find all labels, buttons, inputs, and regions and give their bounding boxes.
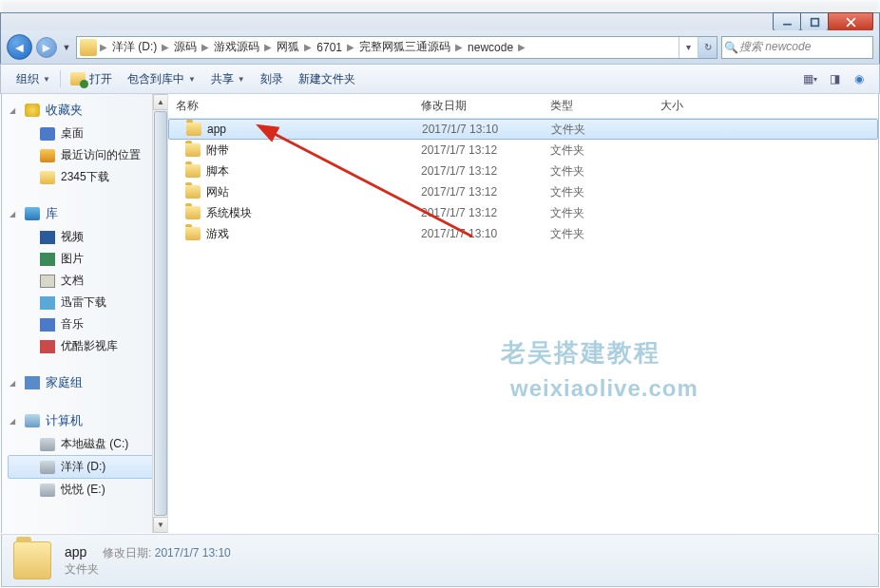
svg-rect-1 xyxy=(811,18,818,26)
file-name: 系统模块 xyxy=(206,205,252,221)
column-name[interactable]: 名称 xyxy=(168,98,413,114)
preview-pane-button[interactable]: ◨ xyxy=(822,68,847,89)
desktop-icon xyxy=(40,127,55,141)
new-folder-button[interactable]: 新建文件夹 xyxy=(291,67,363,91)
forward-button[interactable]: ► xyxy=(36,37,57,58)
homegroup-icon xyxy=(25,376,40,389)
chevron-right-icon: ▶ xyxy=(162,42,169,52)
column-size[interactable]: 大小 xyxy=(653,98,729,114)
file-row[interactable]: 附带2017/1/7 13:12文件夹 xyxy=(168,140,878,161)
share-menu[interactable]: 共享▼ xyxy=(203,67,253,91)
open-button[interactable]: 打开 xyxy=(63,67,120,91)
breadcrumb-dropdown[interactable]: ▾ xyxy=(679,37,698,58)
file-name: 网站 xyxy=(206,184,229,200)
organize-menu[interactable]: 组织▼ xyxy=(9,67,58,91)
file-name: 游戏 xyxy=(206,226,229,242)
folder-icon xyxy=(80,39,97,56)
crumb-5[interactable]: 完整网狐三通源码 xyxy=(354,39,455,55)
selected-item-info: app 修改日期: 2017/1/7 13:10 文件夹 xyxy=(65,544,231,578)
file-name: app xyxy=(207,123,226,136)
column-headers: 名称 修改日期 类型 大小 xyxy=(168,94,878,119)
file-type: 文件夹 xyxy=(543,226,653,242)
file-type: 文件夹 xyxy=(543,142,653,159)
folder-icon xyxy=(185,143,201,157)
sidebar-libraries[interactable]: 库 xyxy=(2,201,167,226)
history-dropdown[interactable]: ▼ xyxy=(61,43,72,52)
breadcrumb[interactable]: ▶ 洋洋 (D:) ▶ 源码 ▶ 游戏源码 ▶ 网狐 ▶ 6701 ▶ 完整网狐… xyxy=(76,36,717,59)
selected-item-thumbnail xyxy=(13,541,51,579)
sidebar-homegroup[interactable]: 家庭组 xyxy=(2,370,167,395)
music-icon xyxy=(40,318,55,332)
folder-icon xyxy=(185,185,201,199)
file-date: 2017/1/7 13:12 xyxy=(413,164,543,178)
download-icon xyxy=(40,296,55,310)
back-button[interactable]: ◄ xyxy=(7,34,32,60)
crumb-6[interactable]: newcode xyxy=(463,41,518,54)
maximize-button[interactable] xyxy=(800,12,829,31)
window-controls xyxy=(774,12,873,31)
navigation-pane: 收藏夹 桌面 最近访问的位置 2345下载 库 视频 图片 文档 迅雷下载 音乐… xyxy=(2,94,168,533)
burn-button[interactable]: 刻录 xyxy=(253,67,291,91)
sidebar-item-xunlei[interactable]: 迅雷下载 xyxy=(2,292,167,313)
crumb-4[interactable]: 6701 xyxy=(312,41,347,54)
chevron-right-icon: ▶ xyxy=(304,42,312,52)
sidebar-item-recent[interactable]: 最近访问的位置 xyxy=(2,144,167,166)
file-date: 2017/1/7 13:10 xyxy=(414,123,544,136)
file-row[interactable]: 网站2017/1/7 13:12文件夹 xyxy=(168,181,878,202)
sidebar-item-drive-c[interactable]: 本地磁盘 (C:) xyxy=(2,433,167,455)
crumb-1[interactable]: 源码 xyxy=(169,39,201,55)
file-row[interactable]: 脚本2017/1/7 13:12文件夹 xyxy=(168,161,878,181)
watermark-text-2: weixiaolive.com xyxy=(510,375,698,402)
details-pane: app 修改日期: 2017/1/7 13:10 文件夹 xyxy=(1,534,879,587)
sidebar-item-drive-d[interactable]: 洋洋 (D:) xyxy=(8,455,162,479)
video-icon xyxy=(40,231,55,244)
scroll-down-button[interactable]: ▼ xyxy=(153,517,168,533)
file-type: 文件夹 xyxy=(544,122,654,138)
explorer-window: ◄ ► ▼ ▶ 洋洋 (D:) ▶ 源码 ▶ 游戏源码 ▶ 网狐 ▶ 6701 … xyxy=(0,0,880,588)
drive-icon xyxy=(40,438,55,451)
file-name: 脚本 xyxy=(206,163,229,180)
include-library-menu[interactable]: 包含到库中▼ xyxy=(120,67,203,91)
crumb-drive[interactable]: 洋洋 (D:) xyxy=(107,39,162,55)
sidebar-item-drive-e[interactable]: 悦悦 (E:) xyxy=(2,479,167,501)
file-date: 2017/1/7 13:12 xyxy=(413,206,543,219)
help-button[interactable]: ◉ xyxy=(847,68,871,89)
refresh-button[interactable]: ↻ xyxy=(698,37,717,58)
document-icon xyxy=(40,275,55,288)
scroll-up-button[interactable]: ▲ xyxy=(153,94,168,110)
sidebar-item-youku[interactable]: 优酷影视库 xyxy=(2,335,167,357)
file-row[interactable]: app2017/1/7 13:10文件夹 xyxy=(168,119,878,140)
search-box[interactable]: 🔍 搜索 newcode xyxy=(721,36,873,59)
sidebar-computer[interactable]: 计算机 xyxy=(2,408,167,433)
drive-icon xyxy=(40,484,55,497)
view-options-button[interactable]: ▦▾ xyxy=(797,68,822,89)
file-row[interactable]: 游戏2017/1/7 13:10文件夹 xyxy=(168,223,878,244)
crumb-3[interactable]: 网狐 xyxy=(272,39,304,55)
drive-icon xyxy=(40,461,55,474)
column-type[interactable]: 类型 xyxy=(543,98,653,114)
recent-icon xyxy=(40,149,55,162)
column-date[interactable]: 修改日期 xyxy=(413,98,543,114)
main-area: 收藏夹 桌面 最近访问的位置 2345下载 库 视频 图片 文档 迅雷下载 音乐… xyxy=(1,94,879,533)
sidebar-scrollbar[interactable]: ▲ ▼ xyxy=(152,94,168,533)
file-date: 2017/1/7 13:12 xyxy=(413,185,543,199)
sidebar-item-music[interactable]: 音乐 xyxy=(2,313,167,335)
sidebar-favorites[interactable]: 收藏夹 xyxy=(2,98,167,123)
chevron-right-icon: ▶ xyxy=(264,42,272,52)
sidebar-item-videos[interactable]: 视频 xyxy=(2,226,167,248)
scroll-thumb[interactable] xyxy=(154,111,167,516)
sidebar-item-pictures[interactable]: 图片 xyxy=(2,248,167,270)
chevron-down-icon: ▼ xyxy=(43,75,50,84)
open-icon xyxy=(70,72,86,85)
sidebar-item-2345[interactable]: 2345下载 xyxy=(2,166,167,188)
search-icon: 🔍 xyxy=(722,41,739,54)
crumb-2[interactable]: 游戏源码 xyxy=(209,39,264,55)
folder-icon xyxy=(40,171,55,184)
close-button[interactable] xyxy=(828,12,873,31)
minimize-button[interactable] xyxy=(773,12,801,31)
sidebar-item-documents[interactable]: 文档 xyxy=(2,270,167,292)
file-name: 附带 xyxy=(206,142,229,159)
chevron-right-icon: ▶ xyxy=(100,42,107,52)
sidebar-item-desktop[interactable]: 桌面 xyxy=(2,123,167,144)
file-row[interactable]: 系统模块2017/1/7 13:12文件夹 xyxy=(168,202,878,223)
